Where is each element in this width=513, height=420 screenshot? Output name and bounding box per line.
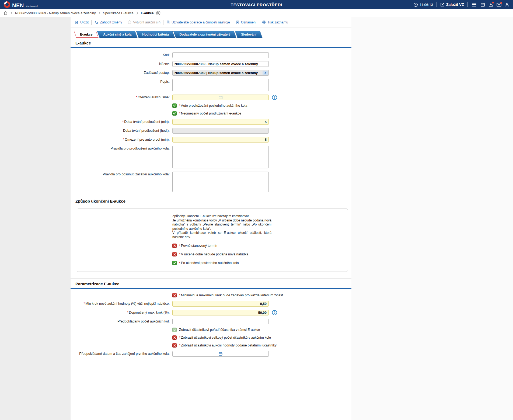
nazev-input[interactable] xyxy=(172,61,269,67)
notifications-button[interactable]: Oznámení xyxy=(233,20,259,25)
discard-changes-button[interactable]: Zahodit změny xyxy=(91,20,125,25)
section-title-e-aukce: E-aukce xyxy=(71,38,351,48)
neomezeny-pocet-checkbox-row: *Neomezený počet prodlužování e-aukce xyxy=(172,111,351,116)
pevny-termin-checkbox-row: *Pevně stanovený termín xyxy=(172,244,348,248)
chevron-right-icon xyxy=(136,12,138,15)
record-toolbar: Uložit Zahodit změny Vytvořit aukční síň… xyxy=(71,17,351,27)
pravidla-prodlouzeni-label: Pravidla pro prodloužení aukčního kola: xyxy=(71,146,172,168)
notification-doc-icon xyxy=(236,20,239,24)
min-max-krok-checkbox-row: *Minimální a maximální krok bude zadáván… xyxy=(172,293,351,297)
popis-textarea[interactable] xyxy=(172,79,269,91)
chevron-right-icon xyxy=(99,12,100,15)
header-actions: 11:06:13 Založit VZ xyxy=(413,2,509,7)
divider xyxy=(467,2,468,7)
create-vz-label: Založit VZ xyxy=(446,2,464,7)
omezeni-auto-prodl-input[interactable] xyxy=(172,137,269,143)
menu-icon[interactable] xyxy=(471,2,477,7)
clock: 11:06:13 xyxy=(413,2,433,7)
help-icon[interactable]: ? xyxy=(272,95,277,100)
doba-trvani-min-label: *Doba trvání prodloužení (min): xyxy=(71,119,172,125)
zobrazit-hodnoty-checkbox-row: *Zobrazit účastníkovi aukční hodnoty pod… xyxy=(172,343,351,348)
clock-icon xyxy=(413,2,418,7)
print-record-button[interactable]: Tisk záznamu xyxy=(259,20,291,25)
auction-room-icon xyxy=(128,20,131,24)
doba-trvani-min-input[interactable] xyxy=(172,119,269,125)
checkbox-checked-icon[interactable] xyxy=(172,103,177,108)
parametrizace-form: *Minimální a maximální krok bude zadáván… xyxy=(71,289,351,357)
pevny-termin-label: *Pevně stanovený termín xyxy=(179,244,217,248)
zobrazit-poradi-label: Zobrazit účastníkovi pořadí účastníka v … xyxy=(179,328,260,332)
create-vz-button[interactable]: Založit VZ xyxy=(440,2,464,7)
printer-icon xyxy=(262,20,266,24)
close-tab-icon[interactable] xyxy=(156,11,160,15)
breadcrumb-item-specification[interactable]: Specifikace E-aukce xyxy=(103,11,134,15)
tab-hodnotici-kriteria[interactable]: Hodnotící kritéria xyxy=(136,31,175,38)
checkbox-checked-icon[interactable] xyxy=(172,261,177,265)
document-icon xyxy=(166,20,170,24)
edit-icon xyxy=(440,2,445,7)
user-icon[interactable] xyxy=(505,2,509,7)
breadcrumb-item-current: E-aukce xyxy=(141,11,154,15)
page: NEN Zadavatel TESTOVACÍ PROSTŘEDÍ 11:06:… xyxy=(0,0,513,420)
divider xyxy=(437,2,437,7)
save-button[interactable]: Uložit xyxy=(74,20,91,25)
checkbox-cross-icon[interactable] xyxy=(172,335,177,340)
create-auction-room-button: Vytvořit aukční síň xyxy=(125,20,163,25)
open-record-button[interactable] xyxy=(263,71,268,75)
datepicker-calendar-icon[interactable] xyxy=(219,352,223,356)
otevreni-sine-label: *Otevření aukční síně: xyxy=(71,95,172,100)
zobrazit-pocet-checkbox-row: *Zobrazit účastníkovi celkový počet účas… xyxy=(172,335,351,340)
checkbox-cross-icon[interactable] xyxy=(172,343,177,348)
tab-sledovani[interactable]: Sledování xyxy=(235,31,263,38)
calendar-icon[interactable] xyxy=(480,2,485,7)
pravidla-prodlouzeni-textarea[interactable] xyxy=(172,146,269,168)
datepicker-calendar-icon[interactable] xyxy=(219,95,223,99)
user-operations-button[interactable]: Uživatelské operace a činnosti nástroje xyxy=(163,20,233,25)
checkbox-cross-icon[interactable] xyxy=(172,293,177,297)
zadavaci-postup-label: Zadávací postup: xyxy=(71,70,172,76)
mail-icon[interactable] xyxy=(497,3,501,7)
min-krok-input[interactable] xyxy=(172,301,269,307)
tab-aukcni-sine-a-kola[interactable]: Aukční síně a kola xyxy=(97,31,137,38)
pocet-kol-label: Předpokládaný počet aukčních kol: xyxy=(71,319,172,324)
nen-logo[interactable]: NEN Zadavatel xyxy=(4,1,38,8)
zobrazit-poradi-checkbox-row: Zobrazit účastníkovi pořadí účastníka v … xyxy=(172,328,351,332)
help-icon[interactable]: ? xyxy=(272,310,277,315)
omezeni-auto-prodl-label: *Omezení pro auto prodl (min): xyxy=(71,137,172,143)
kod-input[interactable] xyxy=(172,52,269,58)
checkbox-checked-icon[interactable] xyxy=(172,111,177,116)
pravidla-posunuti-textarea[interactable] xyxy=(172,172,269,192)
nen-logo-icon xyxy=(4,1,10,8)
section-title-parametrizace: Parametrizace E-aukce xyxy=(71,279,351,289)
download-icon[interactable] xyxy=(488,2,493,7)
pocet-kol-input[interactable] xyxy=(172,319,269,324)
doba-trvani-hod-input xyxy=(172,128,269,134)
max-krok-label: *Doporučený max. krok (%): xyxy=(71,310,172,315)
max-krok-input[interactable] xyxy=(172,310,269,315)
logo-subtitle: Zadavatel xyxy=(26,5,38,8)
neomezeny-pocet-label: *Neomezený počet prodlužování e-aukce xyxy=(179,112,241,115)
min-max-krok-label: *Minimální a maximální krok bude zadáván… xyxy=(179,293,283,297)
tab-bar: E-aukce Aukční síně a kola Hodnotící kri… xyxy=(71,27,351,38)
section-title-zpusob-ukonceni: Způsob ukončení E-aukce xyxy=(71,196,351,205)
logo-title: NEN xyxy=(12,3,24,8)
checkbox-cross-icon[interactable] xyxy=(172,252,177,256)
tab-dodavatele-a-opravneni-uzivatele[interactable]: Dodavatelé a oprávnění uživatelé xyxy=(173,31,236,38)
pravidla-posunuti-label: Pravidla pro posunutí začátku aukčního k… xyxy=(71,172,172,192)
checkbox-cross-icon[interactable] xyxy=(172,244,177,248)
right-gutter xyxy=(351,17,513,420)
main-area: Uložit Zahodit změny Vytvořit aukční síň… xyxy=(0,17,513,420)
home-icon[interactable] xyxy=(4,11,8,15)
doba-trvani-hod-label: Doba trvání prodloužení (hod.): xyxy=(71,128,172,134)
checkbox-checked-disabled-icon xyxy=(172,328,177,332)
breadcrumb-item-procedure[interactable]: N006/25/V00007369 - Nákup semen ovoce a … xyxy=(15,11,96,15)
min-krok-label: *Min krok nové aukční hodnoty (%) vůči n… xyxy=(71,301,172,307)
zobrazit-pocet-label: *Zobrazit účastníkovi celkový počet účas… xyxy=(179,336,271,339)
zpusob-info-text: Způsoby ukončení E-aukce lze navzájem ko… xyxy=(172,214,271,239)
datum-zahajeni-label: Předpokládané datum a čas zahájení první… xyxy=(71,351,172,357)
e-aukce-form: Kód: Název: Zadávací postup: N006/25/V00… xyxy=(71,48,351,192)
tab-e-aukce[interactable]: E-aukce xyxy=(74,31,98,38)
save-icon xyxy=(75,20,79,24)
popis-label: Popis: xyxy=(71,79,172,91)
zadavaci-postup-field: N006/25/V00007369 | Nákup semen ovoce a … xyxy=(172,70,269,76)
